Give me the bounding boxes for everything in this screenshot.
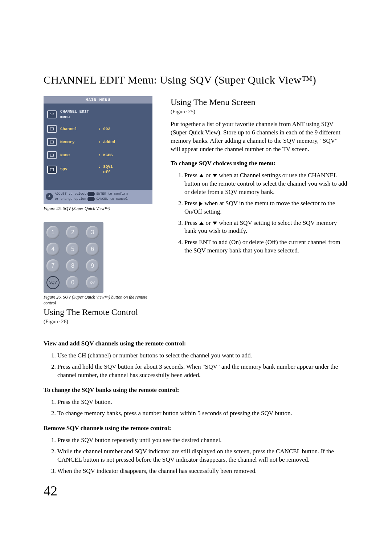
osd-label: Memory (60, 139, 98, 145)
menu-change-heading: To change SQV choices using the menu: (171, 159, 348, 168)
figure-26-caption: Figure 26. SQV (Super Quick View™) butto… (44, 294, 152, 306)
numpad-key-5: 5 (66, 243, 79, 256)
numpad-key-3: 3 (86, 226, 99, 239)
remote-view-steps: Use the CH (channel) or number buttons t… (44, 352, 348, 380)
step-text: or (204, 172, 212, 179)
list-item: To change memory banks, press a number b… (57, 409, 348, 418)
list-item: Press and hold the SQV button for about … (57, 363, 348, 380)
enter-button-icon (87, 192, 95, 196)
step-4: Press ENT to add (On) or delete (Off) th… (184, 238, 348, 255)
osd-section-row: 5₂8 CHANNEL EDIT menu (47, 106, 149, 122)
step-1: Press or when at Channel settings or use… (184, 171, 348, 197)
osd-value: : KCBS (98, 153, 113, 158)
left-column: MAIN MENU 5₂8 CHANNEL EDIT menu Channel … (44, 96, 152, 331)
remote-change-steps: Press the SQV button. To change memory b… (44, 398, 348, 418)
footer-cancel: CANCEL to cancel (96, 197, 127, 201)
osd-body: 5₂8 CHANNEL EDIT menu Channel : 002 Memo… (44, 104, 152, 190)
numpad-key-qv: QV (86, 276, 99, 289)
numpad-key-8: 8 (66, 259, 79, 272)
right-column: Using The Menu Screen (Figure 25) Put to… (171, 96, 348, 331)
numpad-key-7: 7 (46, 259, 60, 272)
osd-footer: ✥ ADJUST to selectENTER to confirm or ch… (44, 190, 152, 204)
step-2: Press when at SQV in the menu to move th… (184, 199, 348, 216)
up-arrow-icon (199, 222, 204, 225)
osd-label: Name (60, 153, 98, 158)
step-text: Press (184, 219, 199, 226)
osd-value: : 002 (98, 126, 110, 132)
numpad-key-2: 2 (66, 226, 79, 239)
footer-change: or change option (55, 197, 86, 201)
menu-section-figref: (Figure 25) (171, 108, 348, 115)
tv-icon (47, 138, 57, 146)
cancel-button-icon (87, 197, 95, 201)
remote-remove-heading: Remove SQV channels using the remote con… (44, 424, 348, 433)
numpad-key-0: 0 (66, 276, 79, 289)
menu-section-heading: Using The Menu Screen (171, 96, 348, 108)
step-3: Press or when at SQV setting to select t… (184, 219, 348, 236)
osd-row-channel: Channel : 002 (47, 122, 149, 135)
tv-icon (47, 151, 57, 159)
remote-section-heading: Using The Remote Control (44, 306, 152, 318)
numpad-key-sqv: SQV (46, 276, 60, 289)
remote-numpad-figure: 1 2 3 4 5 6 7 8 9 SQV 0 QV (44, 222, 103, 293)
osd-header: MAIN MENU (44, 96, 152, 104)
osd-section-label: CHANNEL EDIT menu (60, 109, 98, 120)
menu-intro-paragraph: Put together a list of your favorite cha… (171, 120, 348, 154)
list-item: Press the SQV button repeatedly until yo… (57, 436, 348, 445)
remote-change-heading: To change the SQV banks using the remote… (44, 386, 348, 394)
remote-remove-steps: Press the SQV button repeatedly until yo… (44, 436, 348, 475)
down-arrow-icon (213, 174, 217, 177)
osd-label: SQV (60, 167, 98, 172)
numpad-key-4: 4 (46, 243, 60, 256)
step-text: Press (184, 172, 199, 179)
list-item: When the SQV indicator disappears, the c… (57, 467, 348, 475)
footer-adjust: ADJUST to select (55, 192, 86, 196)
menu-change-steps: Press or when at Channel settings or use… (171, 171, 348, 255)
osd-label: Channel (60, 126, 98, 132)
step-text: or (204, 219, 212, 226)
tv-icon (47, 125, 57, 133)
list-item: Press the SQV button. (57, 398, 348, 406)
down-arrow-icon (213, 222, 217, 225)
dpad-icon: ✥ (46, 193, 53, 200)
figure-25-caption: Figure 25. SQV (Super Quick View™) (44, 206, 152, 211)
antenna-icon: 5₂8 (47, 110, 57, 118)
numpad-key-9: 9 (86, 259, 99, 272)
footer-enter: ENTER to confirm (96, 192, 127, 196)
two-column-layout: MAIN MENU 5₂8 CHANNEL EDIT menu Channel … (44, 96, 348, 331)
osd-row-name: Name : KCBS (47, 149, 149, 162)
osd-value: : Added (98, 139, 115, 145)
up-arrow-icon (199, 174, 204, 177)
page-title: CHANNEL EDIT Menu: Using SQV (Super Quic… (44, 73, 348, 88)
list-item: Use the CH (channel) or number buttons t… (57, 352, 348, 360)
osd-row-sqv: SQV : SQV1 Off (47, 162, 149, 178)
osd-menu-figure: MAIN MENU 5₂8 CHANNEL EDIT menu Channel … (44, 96, 152, 204)
remote-view-heading: View and add SQV channels using the remo… (44, 340, 348, 348)
step-text: when at SQV in the menu to move the sele… (184, 200, 335, 215)
osd-value: : SQV1 Off (98, 164, 113, 175)
step-text: Press (184, 200, 199, 207)
osd-row-memory: Memory : Added (47, 135, 149, 149)
right-arrow-icon (199, 202, 203, 206)
numpad-key-1: 1 (46, 226, 60, 239)
page-number: 42 (44, 482, 348, 500)
numpad-key-6: 6 (86, 243, 99, 256)
list-item: While the channel number and SQV indicat… (57, 447, 348, 464)
numpad-grid: 1 2 3 4 5 6 7 8 9 SQV 0 QV (46, 226, 101, 289)
tv-icon (47, 166, 57, 174)
remote-section-figref: (Figure 26) (44, 318, 152, 325)
